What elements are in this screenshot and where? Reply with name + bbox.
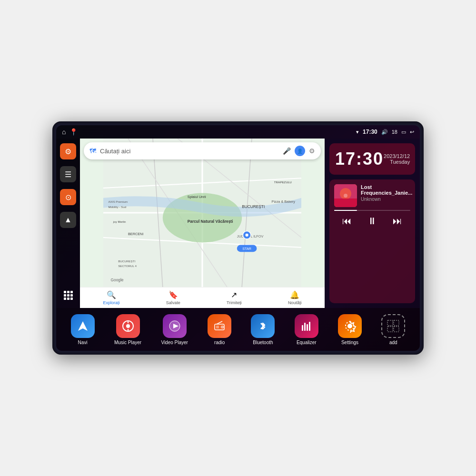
map-search-bar[interactable]: 🗺 Căutați aici 🎤 👤 ⚙ bbox=[84, 142, 321, 159]
apps-grid-icon bbox=[64, 291, 73, 300]
settings-icon: ⚙ bbox=[65, 147, 71, 156]
radio-icon bbox=[208, 314, 231, 338]
nav-arrow-icon: ▲ bbox=[64, 216, 72, 224]
apps-dock: Navi Music Player bbox=[56, 308, 420, 351]
music-controls: ⏮ ⏸ ⏭ bbox=[334, 214, 410, 228]
add-icon bbox=[381, 314, 405, 338]
app-equalizer[interactable]: Equalizer bbox=[295, 314, 318, 345]
clock-date: 2023/12/12 bbox=[384, 153, 410, 159]
explore-label: Explorați bbox=[103, 300, 120, 305]
explore-icon: 🔍 bbox=[107, 290, 116, 299]
svg-rect-44 bbox=[304, 323, 306, 331]
clock-date-info: 2023/12/12 Tuesday bbox=[384, 153, 410, 165]
app-music-player[interactable]: Music Player bbox=[114, 314, 141, 345]
wifi-icon: ▾ bbox=[356, 129, 359, 135]
app-add[interactable]: add bbox=[381, 314, 405, 345]
svg-text:TRAPEZULU: TRAPEZULU bbox=[274, 180, 292, 184]
main-content: ⚙ ☰ ⊙ ▲ bbox=[56, 139, 420, 308]
svg-marker-31 bbox=[78, 321, 88, 331]
clock-day: Tuesday bbox=[384, 159, 410, 165]
navi-label: Navi bbox=[78, 340, 88, 345]
radio-label: radio bbox=[214, 340, 225, 345]
music-player-label: Music Player bbox=[114, 340, 141, 345]
clock-widget: 17:30 2023/12/12 Tuesday bbox=[329, 143, 415, 175]
svg-text:Pizza & Bakery: Pizza & Bakery bbox=[272, 199, 296, 204]
svg-text:Mobility - Sud: Mobility - Sud bbox=[108, 205, 126, 208]
saved-label: Salvate bbox=[166, 300, 180, 305]
map-search-input[interactable]: Căutați aici bbox=[100, 148, 279, 155]
svg-rect-45 bbox=[307, 324, 308, 331]
svg-point-23 bbox=[245, 234, 248, 237]
video-player-icon bbox=[163, 314, 187, 338]
music-prev-button[interactable]: ⏮ bbox=[340, 214, 354, 228]
music-album-art bbox=[334, 184, 357, 207]
center-area: Parcul Natural Văcărești BUCUREȘTI JUDEȚ… bbox=[80, 139, 325, 308]
user-avatar[interactable]: 👤 bbox=[295, 146, 305, 156]
news-label: Noutăți bbox=[288, 300, 302, 305]
mic-icon[interactable]: 🎤 bbox=[283, 147, 291, 155]
sidebar-settings-button[interactable]: ⚙ bbox=[60, 143, 76, 159]
app-navi[interactable]: Navi bbox=[71, 314, 95, 345]
map-nav-explore[interactable]: 🔍 Explorați bbox=[103, 290, 120, 305]
svg-rect-40 bbox=[216, 326, 219, 328]
back-icon[interactable]: ↩ bbox=[410, 129, 414, 135]
add-label: add bbox=[389, 340, 397, 345]
music-details: Lost Frequencies_Janie... Unknown bbox=[361, 184, 412, 202]
music-artist: Unknown bbox=[361, 197, 412, 202]
map-nav-saved[interactable]: 🔖 Salvate bbox=[166, 290, 180, 305]
apps-grid-button[interactable] bbox=[60, 287, 76, 303]
svg-text:BERCENI: BERCENI bbox=[128, 232, 143, 236]
video-player-label: Video Player bbox=[161, 340, 188, 345]
sidebar-folder-button[interactable]: ☰ bbox=[60, 166, 76, 182]
car-display-device: ⌂ 📍 ▾ 17:30 🔊 18 ▭ ↩ ⚙ ☰ bbox=[52, 121, 424, 355]
battery-icon: ▭ bbox=[401, 129, 406, 135]
svg-text:Google: Google bbox=[111, 278, 124, 282]
svg-rect-50 bbox=[394, 320, 399, 326]
app-video-player[interactable]: Video Player bbox=[161, 314, 188, 345]
settings-label: Settings bbox=[341, 340, 358, 345]
music-pause-button[interactable]: ⏸ bbox=[366, 214, 379, 228]
svg-rect-52 bbox=[394, 327, 399, 332]
map-settings-icon[interactable]: ⚙ bbox=[309, 147, 315, 155]
svg-text:STAR: STAR bbox=[242, 247, 251, 251]
music-player-icon bbox=[116, 314, 140, 338]
share-label: Trimiteți bbox=[227, 300, 242, 305]
map-nav-share[interactable]: ↗ Trimiteți bbox=[227, 290, 242, 305]
svg-point-33 bbox=[126, 324, 130, 328]
left-sidebar: ⚙ ☰ ⊙ ▲ bbox=[56, 139, 80, 308]
bluetooth-icon bbox=[251, 314, 275, 338]
map-svg: Parcul Natural Văcărești BUCUREȘTI JUDEȚ… bbox=[80, 139, 325, 287]
svg-text:joy Merlin: joy Merlin bbox=[113, 220, 126, 223]
map-container[interactable]: Parcul Natural Văcărești BUCUREȘTI JUDEȚ… bbox=[80, 139, 325, 287]
saved-icon: 🔖 bbox=[169, 290, 178, 299]
map-nav-news[interactable]: 🔔 Noutăți bbox=[288, 290, 302, 305]
right-panel: 17:30 2023/12/12 Tuesday bbox=[325, 139, 420, 308]
clock-time: 17:30 bbox=[335, 149, 384, 169]
music-progress-bar[interactable] bbox=[334, 210, 410, 211]
news-icon: 🔔 bbox=[290, 290, 299, 299]
app-settings[interactable]: Settings bbox=[338, 314, 362, 345]
folder-icon: ☰ bbox=[65, 170, 71, 179]
svg-text:Splaiul Unrii: Splaiul Unrii bbox=[188, 195, 206, 199]
status-right-info: ▾ 17:30 🔊 18 ▭ ↩ bbox=[356, 129, 414, 135]
music-progress-fill bbox=[334, 210, 357, 211]
svg-text:Parcul Natural Văcărești: Parcul Natural Văcărești bbox=[188, 219, 233, 224]
sidebar-nav-button[interactable]: ▲ bbox=[60, 212, 76, 228]
svg-point-30 bbox=[344, 194, 347, 198]
map-icon: 📍 bbox=[69, 128, 78, 136]
map-bottom-nav: 🔍 Explorați 🔖 Salvate ↗ Trimiteți 🔔 Nout… bbox=[80, 287, 325, 308]
svg-point-42 bbox=[222, 327, 223, 327]
status-time: 17:30 bbox=[363, 129, 377, 135]
sidebar-location-button[interactable]: ⊙ bbox=[60, 189, 76, 205]
svg-line-39 bbox=[217, 321, 222, 324]
music-widget: Lost Frequencies_Janie... Unknown ⏮ ⏸ ⏭ bbox=[329, 179, 415, 303]
music-next-button[interactable]: ⏭ bbox=[391, 214, 404, 228]
svg-rect-46 bbox=[309, 322, 310, 331]
app-bluetooth[interactable]: Bluetooth bbox=[251, 314, 275, 345]
svg-text:BUCUREȘTI: BUCUREȘTI bbox=[118, 259, 135, 263]
volume-icon: 🔊 bbox=[381, 129, 388, 135]
svg-rect-43 bbox=[302, 325, 303, 331]
home-icon: ⌂ bbox=[62, 128, 66, 136]
svg-text:AXIS Premium: AXIS Premium bbox=[108, 200, 128, 203]
app-radio[interactable]: radio bbox=[208, 314, 231, 345]
